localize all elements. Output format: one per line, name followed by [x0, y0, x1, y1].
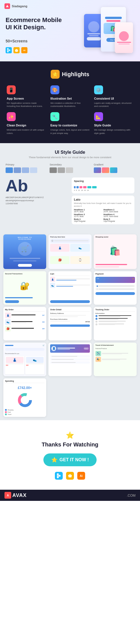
cart-item-img-2: 👟 [50, 283, 55, 288]
travel-featured-label: Featured Products [95, 348, 135, 349]
order-item-1: 👗 $47 [5, 313, 45, 318]
account-header: 👤 Follow [50, 344, 90, 353]
svg-rect-4 [7, 49, 9, 51]
thanks-ai-icon: Ai [77, 472, 85, 480]
product-item-1: 👗 $10 [5, 356, 24, 374]
spending-title: Spending [5, 380, 45, 383]
tracking-step-3 [95, 321, 135, 323]
travel-name-1 [102, 353, 129, 354]
information-label: Information [95, 313, 135, 314]
primary-swatch-3 [22, 167, 29, 173]
legend-item-1: Shopping [5, 409, 45, 411]
product-img-1: 👗 [6, 357, 24, 363]
app-screen-icon: 📱 [7, 85, 16, 94]
account-avatar: 👤 [51, 346, 56, 351]
type-h3: Headlines 322 Pt. Bold [74, 213, 103, 217]
order-screens-grid: My Order 👗 $47 👟 [3, 307, 137, 340]
screens-grid-row1: WELCOME TOSIADAGANG 🛒 Find any item here… [3, 234, 137, 305]
payment-method-label-2 [99, 289, 134, 289]
tracking-step-2 [95, 318, 135, 320]
spacing-bars [74, 184, 132, 188]
account-menu-item-2[interactable] [50, 358, 90, 361]
menu-label-2 [52, 359, 74, 360]
spending-legend: Shopping Food Travel [5, 409, 45, 415]
spacing-box: Spacing 4 8 12 16 20 24 [72, 177, 134, 193]
legend-color-2 [5, 411, 7, 413]
color-palettes: Primary Secondary Gradient [6, 163, 134, 173]
brand-name: Siadagang [12, 4, 27, 8]
highlights-header: ⭐ Highlights [7, 70, 133, 79]
primary-swatch-4 [30, 167, 37, 173]
customize-label: Easy to customize [50, 124, 90, 127]
recommended-label: Recommended for you [5, 353, 45, 354]
secure-title: Secured Transactions [5, 273, 45, 275]
type-h4: Headlines 418 Pt. Semi Bold [104, 213, 132, 217]
spacing-bar-5 [87, 186, 91, 188]
travel-info-1 [102, 353, 135, 354]
screens-grid-row3: 🛒 Recommended for you 👗 $10 👟 [3, 343, 137, 417]
get-it-button[interactable]: ⭐ GET It NOW ! [43, 453, 97, 466]
tracking-date-1 [99, 316, 120, 317]
gradient-swatch-2 [102, 167, 109, 173]
home-search [50, 239, 90, 243]
lato-desc: Minimally free fonts from Google font, w… [74, 202, 132, 208]
svg-point-9 [22, 397, 28, 403]
home-item1: 👗 [50, 244, 69, 252]
account-menu-item-1[interactable] [50, 355, 90, 357]
product-price-1: $10 [6, 364, 24, 366]
screen-order-detail: Order Detail Delivery Address Purchase I… [48, 307, 91, 340]
tracking-dot-2 [95, 318, 97, 320]
delivery-label: Delivery Address [50, 313, 90, 314]
order-status-3 [11, 329, 28, 330]
cart-checkout-btn[interactable] [50, 300, 90, 303]
order-item-2: 👟 $63 [5, 319, 45, 325]
spacing-bar-2 [76, 186, 79, 188]
secondary-label: Secondary [50, 163, 90, 166]
hero-left: Ecommerce Mobile UI Kit Design. 50+Scree… [6, 8, 70, 54]
travel-item-2: 🎭 [95, 357, 135, 362]
screen-my-order: My Order 👗 $47 👟 [3, 307, 46, 340]
style-guide-label: Style Guide [94, 124, 133, 127]
cart-item-name-2 [56, 285, 90, 285]
lato-title: Lato [74, 198, 132, 201]
tracking-event-4 [99, 324, 124, 324]
purchase-price: $47.50 [85, 321, 90, 323]
legend-color-3 [5, 414, 7, 415]
style-specs-right: Spacing 4 8 12 16 20 24 [72, 177, 134, 225]
spacing-bar-1 [74, 186, 76, 188]
type-body5: Body 512px Regular [104, 218, 132, 222]
travel-name-2 [102, 359, 127, 359]
alphabet-lower: abcdefghijklmnopqrstuvwxyz [6, 199, 68, 202]
product-name-1 [6, 364, 24, 364]
order-img-2: 👟 [5, 319, 11, 325]
menu-label-1 [52, 356, 77, 357]
account-menu-item-3[interactable] [50, 361, 90, 364]
typography-left: Ab ABCDEFGHIJKLMNOPQRSTUVWXYZ abcdefghij… [6, 177, 68, 225]
confirm-btn[interactable] [50, 325, 90, 327]
clean-icon: ✨ [7, 112, 16, 121]
screens-section: WELCOME TOSIADAGANG 🛒 Find any item here… [0, 231, 140, 420]
svg-rect-13 [57, 475, 59, 477]
order-img-3: 🎒 [5, 326, 11, 331]
svg-marker-5 [15, 49, 18, 52]
home-item3: 🎒 [50, 256, 69, 264]
follow-btn[interactable]: Follow [84, 347, 89, 350]
typography-grid: Headlines 128 Pt. Bold Headlines 224 Pt.… [74, 209, 132, 222]
cart-items: 👗 👟 [50, 277, 90, 299]
highlights-section: ⭐ Highlights 📱 App Screen 50+ Applicatio… [0, 61, 140, 143]
home-item4: ⌚ [70, 256, 90, 264]
payment-btn[interactable] [95, 292, 135, 295]
cart-title: Cart [50, 273, 90, 276]
travel-info-2 [102, 359, 135, 360]
order-name-1 [11, 314, 36, 315]
spacing-bar-4 [83, 186, 87, 188]
numbers: 1234567890 [6, 202, 68, 205]
cart-item-2: 👟 [50, 283, 90, 288]
tracking-step-4 [95, 323, 135, 325]
legend-label-3: Travel [8, 414, 11, 415]
shopping-bar2 [95, 266, 119, 267]
footer-logo-icon: A [4, 492, 11, 499]
highlights-title: Highlights [62, 71, 89, 78]
payment-card-chip: 💳 [132, 278, 134, 279]
legend-item-2: Food [5, 411, 45, 413]
